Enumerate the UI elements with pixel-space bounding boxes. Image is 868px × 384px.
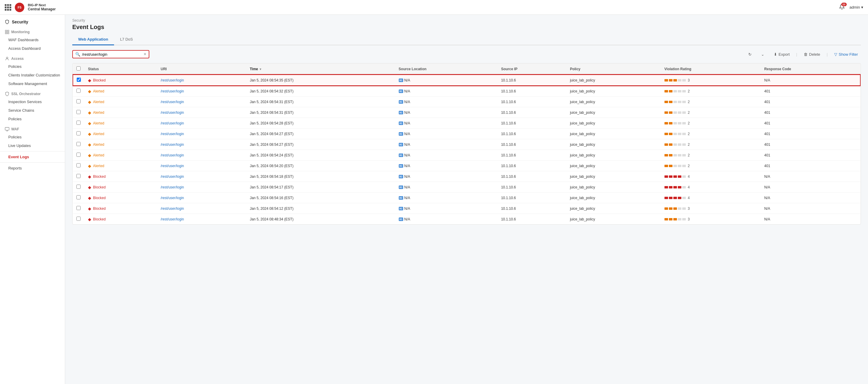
column-status[interactable]: Status bbox=[85, 63, 157, 75]
cell-checkbox[interactable] bbox=[73, 150, 85, 160]
cell-checkbox[interactable] bbox=[73, 171, 85, 182]
cell-checkbox[interactable] bbox=[73, 182, 85, 193]
uri-link[interactable]: /rest/user/login bbox=[161, 153, 184, 157]
tab-l7-dos[interactable]: L7 DoS bbox=[114, 34, 138, 45]
cell-uri[interactable]: /rest/user/login bbox=[157, 193, 246, 203]
column-uri[interactable]: URI bbox=[157, 63, 246, 75]
uri-link[interactable]: /rest/user/login bbox=[161, 89, 184, 93]
column-checkbox[interactable] bbox=[73, 63, 85, 75]
delete-button[interactable]: 🗑 Delete bbox=[801, 50, 823, 58]
row-checkbox[interactable] bbox=[76, 185, 81, 189]
admin-menu-button[interactable]: admin ▾ bbox=[849, 5, 863, 9]
uri-link[interactable]: /rest/user/login bbox=[161, 185, 184, 189]
row-checkbox[interactable] bbox=[76, 99, 81, 104]
cell-uri[interactable]: /rest/user/login bbox=[157, 128, 246, 139]
uri-link[interactable]: /rest/user/login bbox=[161, 143, 184, 147]
tab-web-application[interactable]: Web Application bbox=[72, 34, 114, 45]
svg-rect-2 bbox=[7, 32, 9, 34]
search-box[interactable]: 🔍 × bbox=[72, 50, 149, 58]
cell-uri[interactable]: /rest/user/login bbox=[157, 214, 246, 225]
sidebar-item-reports[interactable]: Reports bbox=[0, 164, 65, 172]
cell-uri[interactable]: /rest/user/login bbox=[157, 118, 246, 128]
sidebar-item-software-management[interactable]: Software Management bbox=[0, 80, 65, 88]
cell-checkbox[interactable] bbox=[73, 97, 85, 107]
column-policy[interactable]: Policy bbox=[566, 63, 661, 75]
row-checkbox[interactable] bbox=[76, 131, 81, 136]
row-checkbox[interactable] bbox=[76, 216, 81, 221]
cell-violation-rating: 3 bbox=[661, 75, 761, 86]
clear-search-button[interactable]: × bbox=[144, 52, 146, 57]
cell-uri[interactable]: /rest/user/login bbox=[157, 171, 246, 182]
cell-source-location: KI N/A bbox=[395, 150, 498, 160]
notification-button[interactable]: 23 bbox=[839, 4, 845, 11]
row-checkbox[interactable] bbox=[76, 89, 81, 93]
select-all-checkbox[interactable] bbox=[76, 66, 81, 70]
sidebar-item-ssl-policies[interactable]: Policies bbox=[0, 115, 65, 123]
uri-link[interactable]: /rest/user/login bbox=[161, 121, 184, 125]
uri-link[interactable]: /rest/user/login bbox=[161, 78, 184, 82]
grid-icon[interactable] bbox=[5, 4, 11, 11]
row-checkbox[interactable] bbox=[76, 153, 81, 157]
uri-link[interactable]: /rest/user/login bbox=[161, 164, 184, 168]
cell-uri[interactable]: /rest/user/login bbox=[157, 203, 246, 214]
sidebar-item-service-chains[interactable]: Service Chains bbox=[0, 106, 65, 115]
sidebar-item-access-policies[interactable]: Policies bbox=[0, 62, 65, 71]
cell-checkbox[interactable] bbox=[73, 128, 85, 139]
uri-link[interactable]: /rest/user/login bbox=[161, 100, 184, 104]
row-checkbox[interactable] bbox=[76, 174, 81, 178]
tabs: Web Application L7 DoS bbox=[72, 34, 861, 45]
cell-checkbox[interactable] bbox=[73, 193, 85, 203]
sidebar-item-access-dashboard[interactable]: Access Dashboard bbox=[0, 44, 65, 53]
cell-checkbox[interactable] bbox=[73, 203, 85, 214]
expand-button[interactable]: ⌄ bbox=[758, 50, 767, 58]
export-button[interactable]: ⬇ Export bbox=[771, 50, 793, 58]
column-time[interactable]: Time ▼ bbox=[246, 63, 395, 75]
row-checkbox[interactable] bbox=[76, 121, 81, 125]
column-source-location[interactable]: Source Location bbox=[395, 63, 498, 75]
cell-uri[interactable]: /rest/user/login bbox=[157, 86, 246, 97]
column-violation-rating[interactable]: Violation Rating bbox=[661, 63, 761, 75]
refresh-button[interactable]: ↻ bbox=[745, 50, 754, 58]
cell-checkbox[interactable] bbox=[73, 214, 85, 225]
sidebar-item-live-updates[interactable]: Live Updates bbox=[0, 141, 65, 150]
row-checkbox[interactable] bbox=[76, 110, 81, 114]
cell-response-code: 401 bbox=[761, 139, 860, 150]
cell-uri[interactable]: /rest/user/login bbox=[157, 75, 246, 86]
row-checkbox[interactable] bbox=[76, 142, 81, 146]
uri-link[interactable]: /rest/user/login bbox=[161, 111, 184, 115]
cell-source-location: KI N/A bbox=[395, 139, 498, 150]
cell-uri[interactable]: /rest/user/login bbox=[157, 160, 246, 171]
cell-uri[interactable]: /rest/user/login bbox=[157, 107, 246, 118]
cell-checkbox[interactable] bbox=[73, 107, 85, 118]
sidebar-item-event-logs[interactable]: Event Logs bbox=[0, 153, 65, 161]
sidebar-item-clients-installer[interactable]: Clients Installer Customization bbox=[0, 71, 65, 80]
cell-time: Jan 5, 2024 08:54:35 (EST) bbox=[246, 75, 395, 86]
cell-checkbox[interactable] bbox=[73, 118, 85, 128]
cell-source-ip: 10.1.10.6 bbox=[497, 118, 566, 128]
row-checkbox[interactable] bbox=[76, 206, 81, 210]
cell-checkbox[interactable] bbox=[73, 86, 85, 97]
cell-uri[interactable]: /rest/user/login bbox=[157, 97, 246, 107]
uri-link[interactable]: /rest/user/login bbox=[161, 217, 184, 221]
uri-link[interactable]: /rest/user/login bbox=[161, 196, 184, 200]
uri-link[interactable]: /rest/user/login bbox=[161, 207, 184, 211]
cell-uri[interactable]: /rest/user/login bbox=[157, 150, 246, 160]
column-response-code[interactable]: Response Code bbox=[761, 63, 860, 75]
cell-uri[interactable]: /rest/user/login bbox=[157, 182, 246, 193]
row-checkbox[interactable] bbox=[76, 195, 81, 199]
cell-uri[interactable]: /rest/user/login bbox=[157, 139, 246, 150]
cell-checkbox[interactable] bbox=[73, 75, 85, 86]
uri-link[interactable]: /rest/user/login bbox=[161, 175, 184, 179]
table-row: ◆ Alerted /rest/user/login Jan 5, 2024 0… bbox=[73, 150, 860, 160]
column-source-ip[interactable]: Source IP bbox=[497, 63, 566, 75]
cell-checkbox[interactable] bbox=[73, 139, 85, 150]
uri-link[interactable]: /rest/user/login bbox=[161, 132, 184, 136]
show-filter-button[interactable]: ▽ Show Filter bbox=[831, 50, 861, 58]
sidebar-item-inspection-services[interactable]: Inspection Services bbox=[0, 97, 65, 106]
sidebar-item-waf-policies[interactable]: Policies bbox=[0, 133, 65, 141]
row-checkbox[interactable] bbox=[76, 163, 81, 168]
cell-checkbox[interactable] bbox=[73, 160, 85, 171]
row-checkbox[interactable] bbox=[77, 78, 81, 82]
search-input[interactable] bbox=[82, 52, 144, 57]
sidebar-item-waf-dashboards[interactable]: WAF Dashboards bbox=[0, 35, 65, 44]
